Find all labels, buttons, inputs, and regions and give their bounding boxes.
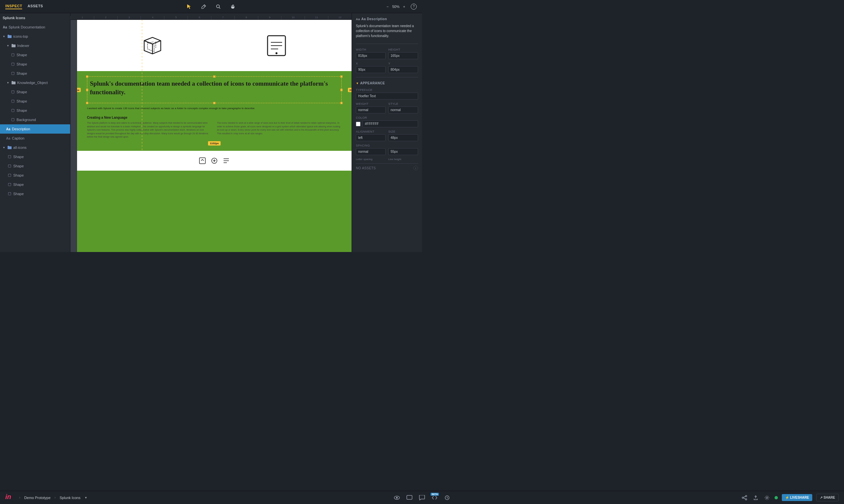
ruler-mark-1: 1 bbox=[70, 16, 94, 19]
panel-spacing-normal: normal bbox=[356, 148, 385, 155]
panel-alignment-value: left bbox=[356, 134, 385, 141]
handle-bm bbox=[213, 102, 216, 104]
canvas-section-heading: Creating a New Language bbox=[87, 116, 342, 120]
ruler-mark-7: 7 bbox=[211, 16, 234, 19]
panel-size-field: SIZE 48px bbox=[388, 130, 418, 141]
help-button[interactable]: ? bbox=[411, 4, 417, 10]
bottom-icon-2 bbox=[210, 157, 218, 165]
panel-color-swatch[interactable] bbox=[356, 122, 360, 126]
sidebar-item-all-icons[interactable]: ▼ all-icons bbox=[0, 143, 70, 152]
panel-appearance-header: ▼ APPEARANCE bbox=[356, 82, 418, 85]
panel-size-value: 48px bbox=[388, 134, 418, 141]
panel-height-field: HEIGHT 165px bbox=[388, 48, 418, 59]
splunk-documentation-label: Splunk Documentation bbox=[8, 25, 45, 29]
knowledge-object-icon bbox=[262, 31, 291, 60]
shape1-label: Shape bbox=[17, 53, 27, 57]
bottom-icon-3 bbox=[222, 157, 230, 165]
panel-spacing-px: 55px bbox=[388, 148, 418, 155]
shape5-label: Shape bbox=[17, 99, 27, 103]
shape2-icon bbox=[11, 62, 15, 67]
shape7-label: Shape bbox=[13, 155, 24, 159]
right-panel: Aa Aa Description Splunk's documentation… bbox=[352, 13, 422, 252]
sidebar-item-shape7[interactable]: Shape bbox=[0, 152, 70, 161]
indexer-label: Indexer bbox=[17, 44, 30, 48]
sidebar-item-caption[interactable]: Aa Caption bbox=[0, 133, 70, 143]
canvas-area[interactable]: 1 2 3 4 5 6 7 8 9 10 11 12 bbox=[70, 13, 352, 252]
hand-tool-icon[interactable] bbox=[230, 3, 236, 10]
sidebar-item-shape11[interactable]: Shape bbox=[0, 189, 70, 198]
sidebar-item-shape10[interactable]: Shape bbox=[0, 180, 70, 189]
sidebar-item-shape5[interactable]: Shape bbox=[0, 96, 70, 106]
toolbar-right: − 50% + ? bbox=[385, 4, 417, 10]
selection-box: Splunk's documentation team needed a col… bbox=[87, 76, 342, 103]
no-assets-info-icon[interactable]: i bbox=[413, 166, 418, 170]
select-tool-icon[interactable] bbox=[186, 3, 193, 10]
sidebar-item-icons-top[interactable]: ▼ icons-top bbox=[0, 32, 70, 41]
panel-style-value: normal bbox=[388, 107, 418, 113]
shape11-icon bbox=[7, 192, 12, 196]
zoom-in-button[interactable]: + bbox=[401, 4, 407, 9]
panel-style-label: STYLE bbox=[388, 102, 418, 106]
tab-assets[interactable]: ASSETS bbox=[28, 4, 43, 9]
sidebar-item-shape6[interactable]: Shape bbox=[0, 106, 70, 115]
sidebar-item-background[interactable]: Background bbox=[0, 115, 70, 124]
shape9-label: Shape bbox=[13, 173, 24, 177]
sidebar-item-shape1[interactable]: Shape bbox=[0, 50, 70, 59]
ruler-mark-12: 12 bbox=[328, 16, 352, 19]
handle-mr bbox=[340, 89, 343, 91]
panel-divider-2 bbox=[356, 77, 418, 77]
canvas-headline: Splunk's documentation team needed a col… bbox=[90, 79, 339, 96]
ruler-mark-3: 3 bbox=[118, 16, 141, 19]
handle-bl bbox=[86, 102, 88, 104]
sidebar-item-shape4[interactable]: Shape bbox=[0, 87, 70, 96]
panel-y-field: Y 804px bbox=[388, 62, 418, 73]
panel-spacing-section: SPACING normal 55px Letter spacing Line … bbox=[356, 144, 418, 161]
caption-type-icon: Aa bbox=[6, 136, 11, 141]
sidebar-root[interactable]: Splunk Icons bbox=[0, 13, 70, 22]
shape6-icon bbox=[11, 108, 15, 113]
panel-description-title: Aa Aa Description bbox=[356, 17, 418, 21]
knowledge-object-folder-icon bbox=[11, 80, 16, 85]
sidebar-item-shape3[interactable]: Shape bbox=[0, 69, 70, 78]
zoom-value: 50% bbox=[392, 5, 399, 8]
sidebar-root-label: Splunk Icons bbox=[3, 16, 25, 20]
sidebar-item-shape2[interactable]: Shape bbox=[0, 59, 70, 69]
ruler-mark-11: 11 bbox=[305, 16, 328, 19]
panel-alignment-label: ALIGNMENT bbox=[356, 130, 385, 133]
panel-weight-value: normal bbox=[356, 107, 385, 113]
svg-line-3 bbox=[219, 7, 220, 8]
panel-no-assets-bar: NO ASSETS i bbox=[356, 163, 418, 172]
panel-color-row: #FFFFFF bbox=[356, 120, 418, 127]
icons-top-label: icons-top bbox=[13, 34, 28, 38]
panel-weight-field: WEIGHT normal bbox=[356, 102, 385, 113]
canvas-two-column: The Splunk platform is deep and caters t… bbox=[87, 121, 342, 139]
shape11-label: Shape bbox=[13, 192, 24, 196]
panel-color-label: COLOR bbox=[356, 116, 418, 120]
text-type-icon: Aa bbox=[3, 25, 7, 30]
sidebar-item-shape8[interactable]: Shape bbox=[0, 161, 70, 170]
handle-br bbox=[340, 102, 343, 104]
toolbar: INSPECT ASSETS bbox=[0, 0, 422, 13]
sidebar-item-indexer[interactable]: ▼ Indexer bbox=[0, 41, 70, 50]
sidebar-item-description[interactable]: Aa Description bbox=[0, 124, 70, 133]
panel-typeface-label: TYPEFACE bbox=[356, 88, 418, 92]
panel-spacing-label: SPACING bbox=[356, 144, 418, 147]
canvas-intro-text: I worked with Splunk to create 130 icons… bbox=[87, 107, 259, 110]
canvas-new-language-section: Creating a New Language The Splunk platf… bbox=[87, 116, 342, 139]
sidebar-item-knowledge-object[interactable]: ▼ Knowledge_Object bbox=[0, 78, 70, 87]
dropper-tool-icon[interactable] bbox=[200, 3, 207, 10]
toolbar-tools bbox=[186, 3, 236, 10]
shape7-icon bbox=[7, 155, 12, 159]
zoom-out-button[interactable]: − bbox=[385, 4, 390, 9]
shape4-label: Shape bbox=[17, 90, 27, 94]
ruler-mark-9: 9 bbox=[258, 16, 282, 19]
zoom-control: − 50% + bbox=[385, 4, 407, 9]
search-tool-icon[interactable] bbox=[215, 3, 221, 10]
sidebar-item-shape9[interactable]: Shape bbox=[0, 170, 70, 180]
handle-tr bbox=[340, 75, 343, 78]
panel-appearance-title: APPEARANCE bbox=[360, 82, 385, 85]
all-icons-label: all-icons bbox=[13, 145, 26, 149]
tab-inspect[interactable]: INSPECT bbox=[5, 4, 22, 9]
sidebar-item-splunk-documentation[interactable]: Aa Splunk Documentation bbox=[0, 22, 70, 32]
svg-point-45 bbox=[275, 52, 277, 54]
